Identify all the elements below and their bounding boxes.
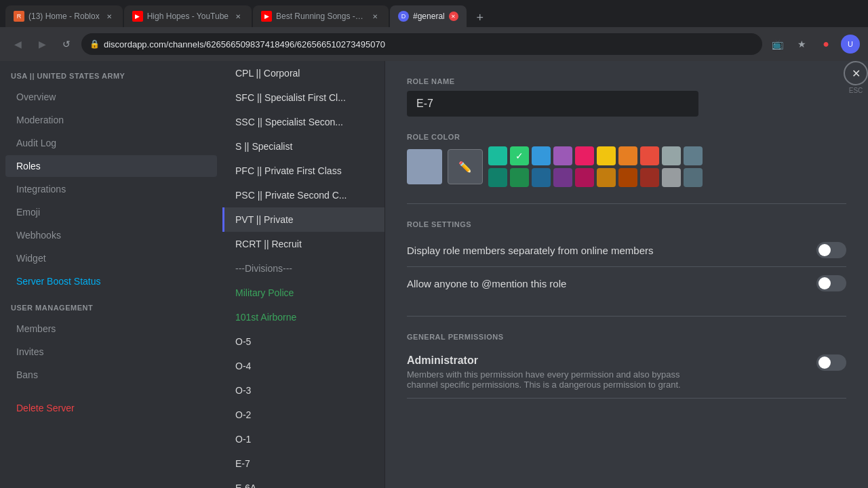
sidebar-item-moderation[interactable]: Moderation — [5, 109, 217, 131]
role-item-o5[interactable]: O-5 — [222, 329, 384, 354]
role-o5-label: O-5 — [235, 336, 251, 347]
tab-youtube2-close[interactable]: ✕ — [370, 11, 380, 22]
role-e7-label: E-7 — [235, 458, 250, 469]
role-item-psc[interactable]: PSC || Private Second C... — [222, 183, 384, 207]
administrator-toggle[interactable] — [816, 354, 846, 371]
sidebar-item-roles[interactable]: Roles — [5, 155, 217, 177]
role-name-field-label: ROLE NAME — [407, 77, 846, 85]
color-swatch-dark-orange[interactable] — [618, 168, 637, 187]
role-item-o1[interactable]: O-1 — [222, 427, 384, 451]
color-swatch-teal[interactable] — [488, 146, 507, 165]
profile-avatar[interactable]: U — [841, 35, 860, 54]
role-item-ssc[interactable]: SSC || Specialist Secon... — [222, 110, 384, 134]
color-swatch-slate[interactable] — [684, 168, 703, 187]
overview-label: Overview — [16, 92, 56, 102]
sidebar-item-overview[interactable]: Overview — [5, 86, 217, 108]
role-item-e6a[interactable]: E-6A — [222, 476, 384, 488]
sidebar-item-emoji[interactable]: Emoji — [5, 201, 217, 223]
close-button[interactable]: ✕ ESC — [844, 61, 868, 94]
color-swatch-blue[interactable] — [532, 146, 551, 165]
tab-youtube2-label: Best Running Songs - Good — [276, 12, 366, 21]
tab-roblox-close[interactable]: ✕ — [104, 11, 115, 22]
sidebar-item-server-boost[interactable]: Server Boost Status — [5, 270, 217, 292]
role-e6a-label: E-6A — [235, 483, 256, 488]
integrations-label: Integrations — [16, 184, 66, 195]
sidebar-item-delete-server[interactable]: Delete Server — [5, 397, 217, 419]
webhooks-label: Webhooks — [16, 230, 61, 241]
role-item-pvt[interactable]: PVT || Private — [222, 207, 384, 232]
color-swatch-pink[interactable] — [575, 146, 594, 165]
discord-app-icon[interactable]: ● — [816, 35, 835, 54]
role-item-cpl[interactable]: CPL || Corporal — [222, 61, 384, 85]
tab-roblox-label: (13) Home - Roblox — [28, 12, 100, 21]
role-item-o3[interactable]: O-3 — [222, 378, 384, 403]
emoji-label: Emoji — [16, 207, 40, 218]
new-tab-button[interactable]: + — [471, 8, 490, 27]
color-swatch-bluegray[interactable] — [684, 146, 703, 165]
role-item-s[interactable]: S || Specialist — [222, 134, 384, 159]
color-swatch-purple[interactable] — [553, 146, 572, 165]
allow-mention-toggle[interactable] — [816, 275, 846, 291]
tab-youtube1[interactable]: ▶ High Hopes - YouTube ✕ — [124, 5, 252, 27]
color-swatch-orange[interactable] — [618, 146, 637, 165]
sidebar-item-webhooks[interactable]: Webhooks — [5, 224, 217, 246]
forward-button[interactable]: ▶ — [33, 35, 52, 54]
color-swatch-dark-purple[interactable] — [553, 168, 572, 187]
administrator-label: Administrator — [407, 354, 692, 367]
color-swatch-lightgray[interactable] — [662, 146, 681, 165]
color-swatch-green[interactable]: ✓ — [510, 146, 529, 165]
sidebar-item-audit-log[interactable]: Audit Log — [5, 132, 217, 154]
role-color-section: ROLE COLOR ✏️ ✓ — [407, 133, 846, 187]
tab-discord[interactable]: D #general ✕ — [390, 5, 467, 27]
color-swatch-dark-red[interactable] — [640, 168, 659, 187]
color-swatch-red[interactable] — [640, 146, 659, 165]
invites-label: Invites — [16, 346, 43, 357]
discord-app: USA || UNITED STATES ARMY Overview Moder… — [0, 61, 868, 488]
server-settings-sidebar: USA || UNITED STATES ARMY Overview Moder… — [0, 61, 222, 488]
display-separately-toggle[interactable] — [816, 242, 846, 258]
role-item-sfc[interactable]: SFC || Specialist First Cl... — [222, 85, 384, 110]
tab-discord-close-btn[interactable]: ✕ — [449, 12, 458, 21]
color-swatch-yellow[interactable] — [597, 146, 616, 165]
back-button[interactable]: ◀ — [8, 35, 27, 54]
sidebar-item-invites[interactable]: Invites — [5, 341, 217, 363]
roblox-favicon: R — [14, 11, 24, 22]
tab-discord-label: #general — [413, 12, 445, 21]
role-editor-panel: ✕ ESC ROLE NAME ROLE COLOR ✏️ ✓ — [385, 61, 868, 488]
refresh-button[interactable]: ↺ — [57, 35, 76, 54]
selected-color-swatch[interactable] — [407, 149, 442, 184]
role-item-e7[interactable]: E-7 — [222, 451, 384, 476]
sidebar-item-widget[interactable]: Widget — [5, 247, 217, 269]
members-label: Members — [16, 323, 56, 334]
lock-icon: 🔒 — [90, 39, 100, 49]
sidebar-item-members[interactable]: Members — [5, 318, 217, 340]
role-item-divisions-divider: ---Divisions--- — [222, 256, 384, 281]
server-boost-label: Server Boost Status — [16, 276, 101, 287]
color-swatch-medium-gray[interactable] — [662, 168, 681, 187]
color-swatch-dark-green[interactable] — [510, 168, 529, 187]
role-rcrt-label: RCRT || Recruit — [235, 239, 302, 249]
address-bar[interactable]: 🔒 discordapp.com/channels/62656650983741… — [81, 33, 762, 55]
tab-roblox[interactable]: R (13) Home - Roblox ✕ — [5, 5, 123, 27]
color-swatch-dark-teal[interactable] — [488, 168, 507, 187]
color-swatch-dark-yellow[interactable] — [597, 168, 616, 187]
role-item-101st[interactable]: 101st Airborne — [222, 305, 384, 329]
cast-button[interactable]: 📺 — [768, 35, 787, 54]
sidebar-item-integrations[interactable]: Integrations — [5, 178, 217, 200]
eyedropper-button[interactable]: ✏️ — [448, 149, 483, 184]
tab-youtube2[interactable]: ▶ Best Running Songs - Good ✕ — [253, 5, 389, 27]
role-item-pfc[interactable]: PFC || Private First Class — [222, 159, 384, 183]
bookmark-button[interactable]: ★ — [792, 35, 811, 54]
role-pvt-label: PVT || Private — [235, 214, 294, 225]
role-item-o4[interactable]: O-4 — [222, 354, 384, 378]
role-item-rcrt[interactable]: RCRT || Recruit — [222, 232, 384, 256]
role-name-input[interactable] — [407, 91, 698, 117]
role-item-o2[interactable]: O-2 — [222, 403, 384, 427]
tab-youtube1-close[interactable]: ✕ — [233, 11, 243, 22]
color-swatch-dark-pink[interactable] — [575, 168, 594, 187]
role-item-military-police[interactable]: Military Police — [222, 281, 384, 305]
role-military-police-label: Military Police — [235, 287, 294, 298]
youtube1-favicon: ▶ — [132, 11, 143, 22]
sidebar-item-bans[interactable]: Bans — [5, 364, 217, 386]
color-swatch-dark-blue[interactable] — [532, 168, 551, 187]
